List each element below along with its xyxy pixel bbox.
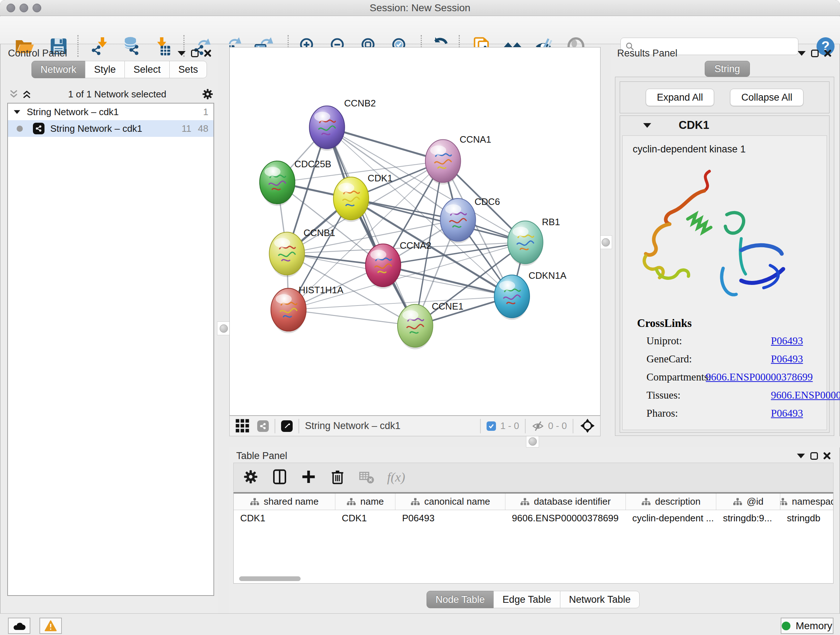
- divider: [480, 419, 481, 433]
- table-options-gear-button[interactable]: [242, 469, 259, 486]
- delete-column-button[interactable]: [329, 469, 346, 486]
- tab-network[interactable]: Network: [32, 61, 85, 78]
- network-collection-row[interactable]: String Network – cdk1 1: [8, 103, 213, 120]
- table-panel-header: Table Panel: [236, 448, 834, 463]
- main-toolbar: ?: [0, 16, 840, 44]
- results-panel-title: Results Panel: [617, 48, 677, 59]
- table-tabs: Node Table Edge Table Network Table: [427, 591, 639, 608]
- tab-sets[interactable]: Sets: [169, 61, 207, 78]
- cell-database-identifier[interactable]: 9606.ENSP00000378699: [505, 513, 626, 524]
- control-panel-float-button[interactable]: [188, 48, 201, 59]
- cell-shared-name[interactable]: CDK1: [234, 513, 335, 524]
- section-collapse-icon[interactable]: [643, 123, 651, 128]
- table-panel-menu-button[interactable]: [794, 450, 807, 462]
- compartments-link[interactable]: 9606.ENSP00000378699: [706, 371, 813, 383]
- column-header[interactable]: @id: [716, 494, 780, 510]
- network-view-title: String Network – cdk1: [305, 420, 401, 432]
- node-label: RB1: [542, 217, 560, 227]
- cell-id[interactable]: stringdb:9...: [716, 513, 780, 524]
- genecard-link[interactable]: P06493: [771, 353, 803, 365]
- left-splitter[interactable]: [218, 44, 229, 613]
- network-canvas[interactable]: CCNB2CCNA1CDC25BCDK1CDC6RB1CCNB1CCNA2CDK…: [229, 47, 600, 416]
- network-node-CCNA2[interactable]: CCNA2: [365, 241, 431, 289]
- cdk1-section-header[interactable]: CDK1: [620, 116, 829, 135]
- cell-description[interactable]: cyclin-dependent ...: [626, 513, 717, 524]
- expand-all-button[interactable]: Expand All: [646, 89, 714, 106]
- right-splitter[interactable]: [600, 44, 611, 436]
- network-node-CCNB1[interactable]: CCNB1: [269, 228, 335, 277]
- network-edge[interactable]: [289, 310, 415, 325]
- cell-namespace[interactable]: stringdb: [780, 513, 833, 524]
- column-header[interactable]: description: [626, 494, 717, 510]
- cell-name[interactable]: CDK1: [335, 513, 396, 524]
- network-graph[interactable]: CCNB2CCNA1CDC25BCDK1CDC6RB1CCNB1CCNA2CDK…: [230, 48, 600, 415]
- results-panel-close-button[interactable]: [821, 48, 834, 59]
- memory-button[interactable]: Memory: [781, 618, 834, 634]
- tab-string[interactable]: String: [705, 61, 750, 77]
- expand-all-networks-button[interactable]: [20, 88, 33, 100]
- tissues-link[interactable]: 9606.ENSP00000378699: [771, 389, 840, 401]
- network-edge[interactable]: [327, 127, 415, 326]
- network-row-selected[interactable]: String Network – cdk1 11 48: [8, 120, 213, 137]
- left-splitter-handle[interactable]: [217, 321, 230, 335]
- control-panel-menu-button[interactable]: [175, 48, 188, 59]
- tab-node-table[interactable]: Node Table: [426, 591, 494, 608]
- column-header[interactable]: namespac: [780, 494, 833, 510]
- network-node-CDK1[interactable]: CDK1: [333, 173, 393, 222]
- collection-label: String Network – cdk1: [27, 106, 118, 118]
- grid-view-button[interactable]: [234, 418, 251, 434]
- column-header[interactable]: shared name: [234, 494, 335, 510]
- table-header-row: shared name name canonical name database…: [234, 494, 833, 510]
- table-panel-float-button[interactable]: [807, 450, 821, 462]
- tab-network-table[interactable]: Network Table: [560, 591, 640, 608]
- cell-canonical-name[interactable]: P06493: [395, 513, 505, 524]
- horizontal-splitter[interactable]: [229, 436, 840, 448]
- cloud-status-button[interactable]: [8, 618, 30, 634]
- table-panel-close-button[interactable]: [821, 450, 834, 462]
- table-row[interactable]: CDK1 CDK1 P06493 9606.ENSP00000378699 cy…: [234, 510, 833, 526]
- collapse-all-button[interactable]: Collapse All: [730, 89, 804, 106]
- tab-edge-table[interactable]: Edge Table: [493, 591, 561, 608]
- uniprot-link[interactable]: P06493: [771, 335, 803, 347]
- tab-style[interactable]: Style: [85, 61, 125, 78]
- horizontal-splitter-handle[interactable]: [526, 435, 539, 448]
- window-title: Session: New Session: [0, 2, 840, 14]
- delete-table-button[interactable]: [358, 469, 375, 486]
- results-panel-float-button[interactable]: [808, 48, 821, 59]
- network-node-CDC25B[interactable]: CDC25B: [260, 159, 332, 206]
- results-panel-menu-button[interactable]: [795, 48, 808, 59]
- warnings-button[interactable]: [39, 618, 62, 634]
- cdk1-section: CDK1 cyclin-dependent kinase 1: [620, 116, 829, 432]
- column-header[interactable]: database identifier: [505, 494, 626, 510]
- detach-view-button[interactable]: [281, 420, 293, 432]
- network-node-CDKN1A[interactable]: CDKN1A: [494, 271, 567, 320]
- selected-checkbox[interactable]: [486, 421, 496, 431]
- pharos-link[interactable]: P06493: [771, 407, 803, 419]
- crosslink-row: Pharos: P06493: [637, 407, 840, 419]
- collection-expand-icon[interactable]: [14, 110, 20, 114]
- birdseye-position-button[interactable]: [579, 418, 596, 434]
- crosslink-row: Compartments: 9606.ENSP00000378699: [637, 371, 840, 383]
- network-options-gear-button[interactable]: [201, 88, 214, 100]
- network-node-RB1[interactable]: RB1: [508, 217, 560, 266]
- function-builder-button[interactable]: f(x): [387, 470, 405, 485]
- column-header[interactable]: canonical name: [395, 494, 505, 510]
- control-panel-title: Control Panel: [8, 48, 67, 59]
- node-label: CDC6: [475, 196, 500, 207]
- horizontal-scrollbar-thumb[interactable]: [239, 576, 301, 581]
- node-label: CCNE1: [432, 301, 464, 311]
- network-view-icon[interactable]: [257, 420, 269, 432]
- network-node-CDC6[interactable]: CDC6: [440, 196, 500, 243]
- right-splitter-handle[interactable]: [599, 235, 612, 249]
- collapse-all-networks-button[interactable]: [7, 88, 20, 100]
- network-node-CCNE1[interactable]: CCNE1: [398, 301, 463, 349]
- network-node-HIST1H1A[interactable]: HIST1H1A: [271, 285, 344, 333]
- add-column-button[interactable]: [300, 469, 317, 486]
- control-panel-close-button[interactable]: [201, 48, 214, 59]
- column-header[interactable]: name: [335, 494, 396, 510]
- crosslink-row: GeneCard: P06493: [637, 353, 840, 365]
- network-node-CCNB2[interactable]: CCNB2: [309, 98, 376, 151]
- hidden-node-edge-counts: 0 - 0: [548, 420, 567, 432]
- show-columns-button[interactable]: [271, 469, 288, 486]
- tab-select[interactable]: Select: [125, 61, 170, 78]
